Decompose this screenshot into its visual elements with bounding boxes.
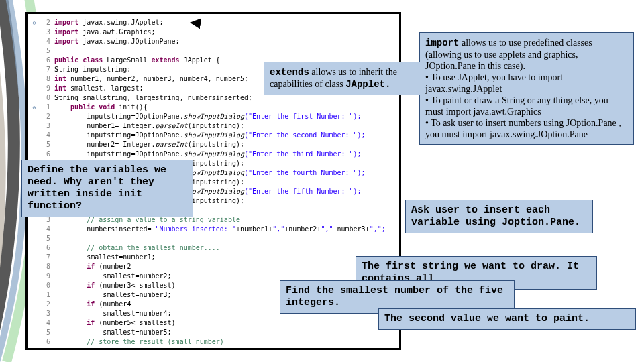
code-line: 3import java.awt.Graphics;	[30, 27, 394, 37]
callout-extends-tail: JApplet.	[345, 79, 390, 90]
callout-extends-lead: extends	[270, 67, 309, 78]
callout-import-b1: • To use JApplet, you have to import jav…	[425, 72, 628, 95]
code-line: 7 smallstring= "The smallest number: "+ …	[30, 347, 394, 350]
code-line: 4 inputstring=JOptionPane.showInputDialo…	[30, 131, 394, 140]
callout-import-lead: import	[425, 38, 459, 48]
callout-variables: Define the variables we need. Why aren't…	[21, 160, 193, 217]
code-line: 6 inputstring=JOptionPane.showInputDialo…	[30, 149, 394, 159]
code-line: 6 // obtain the smallest number....	[30, 243, 394, 253]
code-line: 5	[30, 46, 394, 56]
callout-import-b2: • To paint or draw a String or any thing…	[425, 95, 628, 117]
callout-import-b3: • To ask user to insert numbers using JO…	[425, 117, 628, 140]
code-line: ⊖2import javax.swing.JApplet;	[30, 18, 394, 27]
code-line: ⊖1 public void init(){	[30, 103, 394, 112]
code-line: 8 if (number2	[30, 262, 394, 272]
code-line: 6 // store the result (small number)	[30, 337, 394, 347]
code-line: 5	[30, 234, 394, 243]
callout-smallest-text: Find the smallest number of the five int…	[286, 285, 503, 308]
code-line: 4import javax.swing.JOptionPane;	[30, 37, 394, 46]
code-line: 5 number2= Integer.parseInt(inputstring)…	[30, 140, 394, 149]
code-line: 4 numbersinserted= "Numbers inserted: "+…	[30, 225, 394, 234]
callout-ask-text: Ask user to insert each variable using J…	[411, 204, 580, 228]
callout-extends: extends allows us to inherit the capabil…	[264, 62, 421, 95]
code-line: 3 number1= Integer.parseInt(inputstring)…	[30, 121, 394, 131]
callout-import: import allows us to use predefined class…	[419, 32, 634, 145]
callout-ask-user: Ask user to insert each variable using J…	[405, 200, 593, 233]
code-line: 7 smallest=number1;	[30, 253, 394, 262]
code-line: 5 smallest=number5;	[30, 328, 394, 337]
code-line: 2 inputstring=JOptionPane.showInputDialo…	[30, 112, 394, 121]
code-line: 4 if (number5< smallest)	[30, 318, 394, 328]
code-line: 9 smallest=number2;	[30, 272, 394, 281]
callout-second-value: The second value we want to paint.	[378, 308, 636, 330]
callout-variables-text: Define the variables we need. Why aren't…	[28, 164, 166, 212]
callout-second-text: The second value we want to paint.	[384, 313, 590, 324]
